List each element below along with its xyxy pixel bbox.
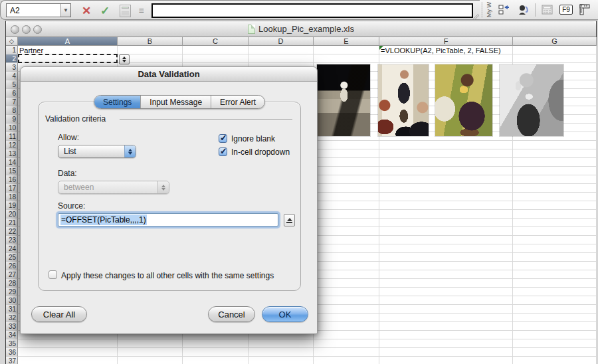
row-header-34[interactable]: 34 bbox=[6, 331, 18, 339]
ruler-button[interactable] bbox=[577, 3, 593, 17]
row-header-36[interactable]: 36 bbox=[6, 348, 18, 357]
row-header-35[interactable]: 35 bbox=[6, 339, 18, 348]
document-icon bbox=[248, 25, 255, 34]
photo-woman-presenting-meeting[interactable] bbox=[378, 64, 429, 136]
toolbar-divider bbox=[535, 3, 536, 17]
name-box[interactable]: A2 ▼ bbox=[6, 3, 71, 17]
row-header-31[interactable]: 31 bbox=[6, 305, 18, 314]
row-header-28[interactable]: 28 bbox=[6, 279, 18, 288]
row-header-2[interactable]: 2 bbox=[6, 54, 18, 63]
row-header-32[interactable]: 32 bbox=[6, 314, 18, 322]
cell-F1[interactable]: =VLOOKUP(A2, PicTable, 2, FALSE) bbox=[379, 46, 501, 54]
row-header-30[interactable]: 30 bbox=[6, 296, 18, 305]
ok-button[interactable]: OK bbox=[262, 306, 308, 322]
calculator-button[interactable] bbox=[118, 3, 132, 19]
row-header-12[interactable]: 12 bbox=[6, 141, 18, 149]
in-cell-dropdown-button[interactable] bbox=[119, 54, 130, 64]
toolbar-drag-handle[interactable] bbox=[481, 3, 483, 17]
f9-recalculate-button[interactable]: F9 bbox=[558, 3, 574, 17]
clear-all-button[interactable]: Clear All bbox=[31, 306, 87, 322]
ignore-blank-checkbox[interactable] bbox=[219, 134, 227, 143]
right-toolbar: My W bbox=[480, 0, 598, 20]
row-header-25[interactable]: 25 bbox=[6, 253, 18, 262]
dialog-tabs: SettingsInput MessageError Alert bbox=[94, 95, 265, 109]
row-header-23[interactable]: 23 bbox=[6, 236, 18, 244]
refresh-contact-button[interactable] bbox=[515, 3, 531, 17]
enter-check-icon: ✓ bbox=[100, 4, 110, 18]
row-header-16[interactable]: 16 bbox=[6, 175, 18, 184]
row-header-21[interactable]: 21 bbox=[6, 219, 18, 227]
row-header-22[interactable]: 22 bbox=[6, 227, 18, 236]
row-header-5[interactable]: 5 bbox=[6, 80, 18, 89]
popup-arrows-disabled-icon bbox=[157, 181, 169, 193]
row-header-17[interactable]: 17 bbox=[6, 184, 18, 193]
row-header-6[interactable]: 6 bbox=[6, 89, 18, 98]
collapse-dialog-button[interactable] bbox=[284, 214, 295, 227]
enter-button[interactable]: ✓ bbox=[98, 3, 112, 19]
column-header-E[interactable]: E bbox=[314, 37, 379, 46]
formula-builder-button[interactable]: ≡ bbox=[134, 3, 148, 19]
select-all-corner[interactable]: ◇ bbox=[6, 37, 18, 46]
ignore-blank-label: Ignore blank bbox=[231, 134, 275, 143]
error-indicator-icon bbox=[379, 46, 383, 50]
row-header-4[interactable]: 4 bbox=[6, 72, 18, 80]
row-header-19[interactable]: 19 bbox=[6, 201, 18, 210]
row-header-20[interactable]: 20 bbox=[6, 210, 18, 219]
column-header-C[interactable]: C bbox=[183, 37, 249, 46]
row-header-33[interactable]: 33 bbox=[6, 322, 18, 331]
row-header-27[interactable]: 27 bbox=[6, 270, 18, 279]
formula-bar-resize-grip[interactable] bbox=[473, 14, 479, 20]
column-header-A[interactable]: A bbox=[18, 37, 118, 46]
row-header-15[interactable]: 15 bbox=[6, 167, 18, 175]
data-label: Data: bbox=[58, 169, 77, 178]
window-titlebar[interactable]: Lookup_Pic_example.xls bbox=[6, 21, 596, 37]
active-cell-selection[interactable] bbox=[18, 54, 118, 63]
row-header-24[interactable]: 24 bbox=[6, 244, 18, 253]
photo-astronaut-on-moon[interactable] bbox=[317, 64, 370, 136]
row-header-9[interactable]: 9 bbox=[6, 115, 18, 124]
row-header-10[interactable]: 10 bbox=[6, 124, 18, 132]
row-header-18[interactable]: 18 bbox=[6, 193, 18, 201]
tab-error-alert[interactable]: Error Alert bbox=[211, 96, 264, 108]
column-header-B[interactable]: B bbox=[118, 37, 183, 46]
allow-popup[interactable]: List bbox=[58, 145, 136, 158]
row-header-1[interactable]: 1 bbox=[6, 46, 18, 54]
data-value: between bbox=[64, 183, 94, 192]
row-header-29[interactable]: 29 bbox=[6, 288, 18, 296]
source-value: =OFFSET(PicTable,,,,1) bbox=[60, 215, 147, 225]
row-header-13[interactable]: 13 bbox=[6, 149, 18, 158]
cancel-button[interactable]: ✕ bbox=[79, 3, 94, 19]
minimize-window-icon[interactable] bbox=[22, 25, 31, 34]
tab-input-message[interactable]: Input Message bbox=[140, 96, 211, 108]
column-header-F[interactable]: F bbox=[379, 37, 513, 46]
outline-button[interactable] bbox=[496, 3, 512, 17]
window-title-wrap: Lookup_Pic_example.xls bbox=[248, 24, 354, 34]
cancel-button[interactable]: Cancel bbox=[208, 306, 255, 322]
apply-all-checkbox[interactable] bbox=[49, 270, 57, 279]
column-header-D[interactable]: D bbox=[249, 37, 314, 46]
outline-icon bbox=[498, 5, 510, 15]
row-header-26[interactable]: 26 bbox=[6, 262, 18, 270]
row-header-11[interactable]: 11 bbox=[6, 132, 18, 141]
row-header-8[interactable]: 8 bbox=[6, 106, 18, 115]
row-header-3[interactable]: 3 bbox=[6, 63, 18, 72]
apply-all-label: Apply these changes to all other cells w… bbox=[61, 271, 274, 280]
dialog-titlebar[interactable]: Data Validation bbox=[21, 67, 317, 82]
row-header-37[interactable]: 37 bbox=[6, 357, 18, 364]
f9-icon: F9 bbox=[559, 5, 573, 15]
row-header-7[interactable]: 7 bbox=[6, 98, 18, 106]
formula-input[interactable] bbox=[151, 3, 473, 18]
photo-businesswoman-grayscale[interactable] bbox=[500, 64, 563, 136]
cell-reference: A2 bbox=[7, 6, 60, 15]
zoom-window-icon[interactable] bbox=[33, 25, 42, 34]
column-header-G[interactable]: G bbox=[513, 37, 597, 46]
in-cell-dropdown-checkbox[interactable] bbox=[219, 147, 227, 156]
calculate-now-button[interactable] bbox=[540, 3, 555, 17]
close-window-icon[interactable] bbox=[11, 25, 19, 34]
name-box-dropdown-icon[interactable]: ▼ bbox=[60, 4, 70, 17]
photo-man-drinking-reading[interactable] bbox=[435, 64, 492, 136]
row-header-14[interactable]: 14 bbox=[6, 158, 18, 167]
source-input[interactable]: =OFFSET(PicTable,,,,1) bbox=[58, 213, 278, 227]
ruler-icon bbox=[579, 4, 591, 15]
tab-settings[interactable]: Settings bbox=[94, 96, 140, 108]
